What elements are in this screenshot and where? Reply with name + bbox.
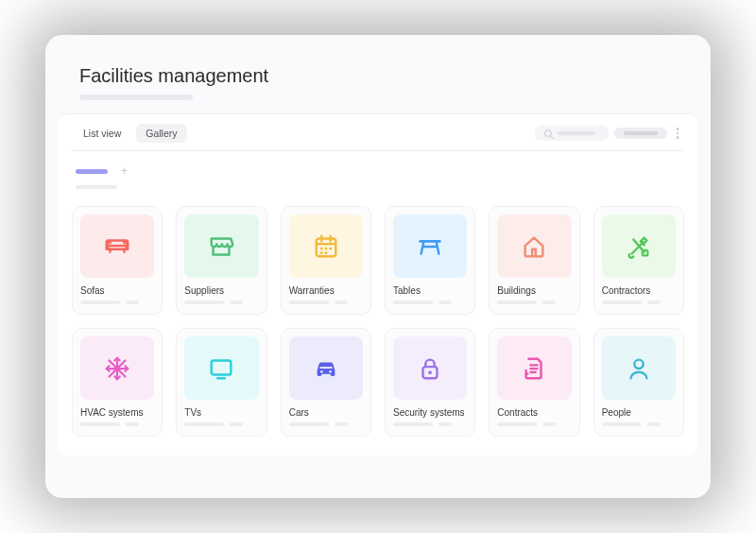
view-toolbar: List view Gallery	[72, 114, 684, 151]
filter-subline-skeleton	[76, 185, 117, 189]
table-icon	[393, 215, 467, 278]
page-header: Facilities management	[45, 35, 711, 113]
gallery-card[interactable]: HVAC systems	[72, 328, 163, 437]
tab-gallery[interactable]: Gallery	[136, 124, 186, 143]
filter-chip[interactable]	[76, 169, 108, 174]
tv-icon	[184, 336, 258, 400]
add-filter-button[interactable]: +	[121, 164, 128, 178]
gallery-card[interactable]: Buildings	[489, 206, 579, 315]
store-icon	[184, 215, 258, 278]
card-meta-skeleton	[80, 301, 154, 304]
filter-bar: +	[72, 151, 684, 193]
gallery-card[interactable]: TVs	[176, 328, 266, 437]
gallery-card[interactable]: Security systems	[385, 328, 475, 437]
sofa-icon	[80, 215, 154, 278]
gallery-card[interactable]: Tables	[385, 206, 475, 315]
card-meta-skeleton	[602, 301, 676, 304]
card-meta-skeleton	[393, 301, 467, 304]
card-label: Sofas	[80, 285, 154, 296]
calendar-icon	[289, 215, 363, 278]
card-meta-skeleton	[497, 301, 571, 304]
document-icon	[497, 336, 571, 400]
card-meta-skeleton	[497, 422, 571, 426]
gallery-card[interactable]: Sofas	[72, 206, 163, 315]
card-meta-skeleton	[184, 422, 258, 426]
gallery-card[interactable]: Cars	[281, 328, 371, 437]
card-label: HVAC systems	[80, 407, 154, 418]
card-label: Cars	[289, 407, 363, 418]
card-label: Security systems	[393, 407, 467, 418]
card-meta-skeleton	[80, 422, 154, 426]
person-icon	[602, 336, 676, 400]
toolbar-action-button[interactable]	[614, 128, 667, 139]
card-meta-skeleton	[602, 422, 676, 426]
card-label: People	[602, 407, 676, 418]
card-label: Tables	[393, 285, 467, 296]
card-meta-skeleton	[289, 422, 363, 426]
gallery-card[interactable]: Warranties	[281, 206, 371, 315]
card-label: TVs	[184, 407, 258, 418]
page-title: Facilities management	[79, 65, 677, 87]
content-panel: List view Gallery + Sofas	[59, 113, 697, 456]
card-meta-skeleton	[289, 301, 363, 304]
gallery-card[interactable]: Contracts	[489, 328, 579, 437]
tools-icon	[602, 215, 676, 278]
home-icon	[497, 215, 571, 278]
card-label: Buildings	[497, 285, 571, 296]
card-label: Contractors	[602, 285, 676, 296]
subtitle-skeleton	[79, 95, 193, 100]
app-window: Facilities management List view Gallery …	[45, 35, 711, 498]
card-label: Contracts	[497, 407, 571, 418]
snowflake-icon	[80, 336, 154, 400]
card-label: Suppliers	[184, 285, 258, 296]
car-icon	[289, 336, 363, 400]
cards-grid: Sofas Suppliers Warranties Tables Buildi…	[72, 206, 684, 437]
more-options-button[interactable]	[673, 126, 683, 141]
tab-list-view[interactable]: List view	[74, 124, 130, 143]
gallery-card[interactable]: People	[593, 328, 684, 437]
search-icon	[544, 129, 552, 137]
card-label: Warranties	[289, 285, 363, 296]
lock-icon	[393, 336, 467, 400]
card-meta-skeleton	[184, 301, 258, 304]
card-meta-skeleton	[393, 422, 467, 426]
gallery-card[interactable]: Contractors	[593, 206, 684, 315]
search-placeholder-skeleton	[558, 131, 595, 135]
search-input[interactable]	[535, 126, 609, 141]
gallery-card[interactable]: Suppliers	[176, 206, 266, 315]
